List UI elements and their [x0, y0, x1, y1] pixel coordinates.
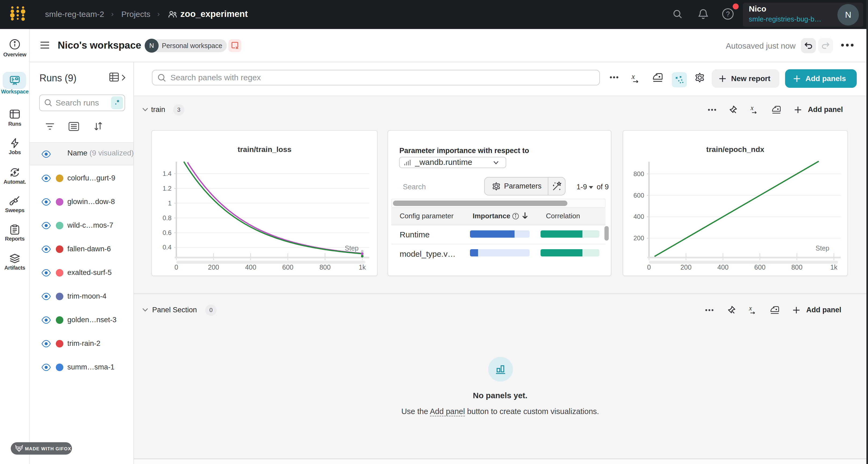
svg-text:0: 0 [175, 263, 178, 271]
svg-text:0.6: 0.6 [163, 229, 172, 236]
svg-text:x: x [750, 105, 754, 111]
svg-text:1.2: 1.2 [163, 185, 172, 192]
svg-text:0.4: 0.4 [163, 243, 172, 251]
svg-text:200: 200 [633, 234, 644, 242]
svg-text:1.4: 1.4 [163, 170, 172, 177]
svg-text:400: 400 [245, 263, 256, 271]
svg-text:Step: Step [816, 244, 829, 252]
svg-text:?: ? [726, 10, 730, 18]
svg-text:1: 1 [168, 200, 172, 207]
svg-text:0: 0 [647, 263, 651, 271]
svg-text:1k: 1k [830, 263, 838, 271]
svg-text:800: 800 [633, 170, 644, 177]
svg-text:x: x [631, 72, 635, 81]
svg-text:200: 200 [208, 263, 219, 271]
svg-text:Step: Step [345, 244, 359, 252]
svg-text:1k: 1k [359, 263, 366, 271]
svg-text:600: 600 [754, 263, 766, 271]
svg-text:0.8: 0.8 [163, 214, 172, 222]
svg-text:600: 600 [282, 263, 293, 271]
svg-text:800: 800 [319, 263, 331, 271]
svg-text:400: 400 [633, 213, 644, 220]
svg-text:800: 800 [791, 263, 803, 271]
svg-text:600: 600 [633, 192, 644, 199]
svg-text:x: x [749, 305, 752, 312]
svg-text:200: 200 [680, 263, 692, 271]
svg-text:400: 400 [717, 263, 729, 271]
